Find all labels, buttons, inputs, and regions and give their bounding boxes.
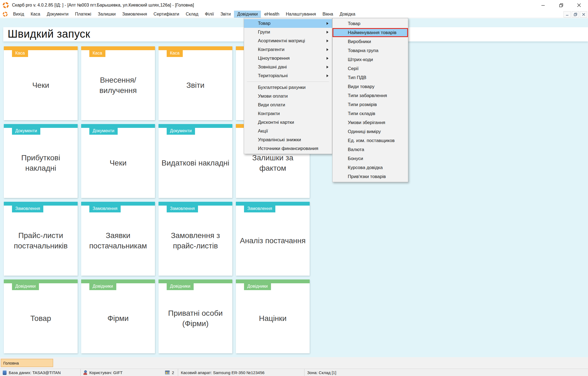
submenu-item[interactable]: Курсова довідка xyxy=(333,163,408,172)
menubar-item[interactable]: Вікна xyxy=(319,11,336,18)
tile-label: Товар xyxy=(4,283,78,353)
tab-holovna[interactable]: Головна xyxy=(1,359,53,367)
mdi-restore-icon xyxy=(574,13,577,16)
quick-launch-tile[interactable]: Каса Чеки xyxy=(4,46,78,120)
menubar-item[interactable]: Каса xyxy=(28,11,44,18)
menubar-item[interactable]: Платежі xyxy=(72,11,95,18)
quick-launch-tile[interactable]: Каса Звіти xyxy=(159,46,232,120)
dropdown-menu-item[interactable]: Умови оплати xyxy=(244,92,332,101)
quick-launch-tile[interactable]: Замовлення Аналіз постачання xyxy=(236,202,310,276)
status-cell: Користувач: GIFT xyxy=(81,369,162,376)
tile-category-bar xyxy=(236,202,310,206)
page-title: Швидкий запуск xyxy=(8,28,90,40)
menubar-item[interactable]: Вихід xyxy=(10,11,28,18)
dropdown-menu-item[interactable]: Ціноутворення xyxy=(244,54,332,63)
quick-launch-tile[interactable]: Довідники Товар xyxy=(4,279,78,353)
tovar-submenu: ТоварНайменування товарівВиробникиТоварн… xyxy=(332,18,408,182)
submenu-item[interactable]: Одиниці виміру xyxy=(333,127,408,136)
dropdown-menu-item[interactable]: Управлінські знижки xyxy=(244,136,332,144)
restore-button[interactable] xyxy=(552,0,570,10)
status-cell: Зона: Склад [1] xyxy=(304,369,588,376)
quick-launch-tile[interactable]: Замовлення Заявки постачальникам xyxy=(81,202,155,276)
mdi-close-button[interactable] xyxy=(580,11,587,17)
submenu-item[interactable]: Серії xyxy=(333,64,408,73)
menubar-item[interactable]: Документи xyxy=(44,11,72,18)
quick-launch-tile[interactable]: Документи Прибуткові накладні xyxy=(4,124,78,198)
dropdown-menu-item[interactable]: Бухгалтерські рахунки xyxy=(244,83,332,92)
tab-strip: Головна xyxy=(0,357,588,369)
menubar-item[interactable]: Налаштування xyxy=(283,11,319,18)
dropdown-menu-item[interactable]: Зовнішні дані xyxy=(244,63,332,71)
tile-category-bar xyxy=(4,202,78,206)
tile-label: Фірми xyxy=(81,283,155,353)
dropdown-menu-item[interactable]: Контрагенти xyxy=(244,45,332,54)
tile-category-bar xyxy=(81,202,155,206)
mdi-minimize-button[interactable] xyxy=(563,11,571,17)
status-bar: База даних: TASA3@TITAN Користувач: GIFT… xyxy=(0,369,588,376)
status-text: Користувач: GIFT xyxy=(89,370,123,375)
status-text: 2 xyxy=(172,370,174,375)
menubar-item[interactable]: Звіти xyxy=(217,11,234,18)
dropdown-menu-item[interactable]: Територіальні xyxy=(244,71,332,80)
submenu-item[interactable]: Види товару xyxy=(333,82,408,91)
close-button[interactable] xyxy=(570,0,588,10)
submenu-item[interactable]: Найменування товарів xyxy=(333,28,408,37)
quick-launch-tile[interactable]: Замовлення Прайс-листи постачальників xyxy=(4,202,78,276)
tile-label: Звіти xyxy=(159,50,232,120)
tile-label: Націнки xyxy=(236,283,310,353)
menu-bar: ВихідКасаДокументиПлатежіЗалишкиЗамовлен… xyxy=(0,10,588,18)
tile-category-bar xyxy=(4,124,78,128)
dropdown-menu-item[interactable]: Акції xyxy=(244,127,332,136)
quick-launch-tile[interactable]: Замовлення Замовлення з прайс-листів xyxy=(159,202,232,276)
tile-label: Аналіз постачання xyxy=(236,206,310,276)
restore-icon xyxy=(559,3,563,7)
mdi-minimize-icon xyxy=(566,13,569,16)
dropdown-menu-item[interactable]: Дисконтні картки xyxy=(244,118,332,127)
quick-launch-tile[interactable]: Довідники Фірми xyxy=(81,279,155,353)
dropdown-menu-item[interactable]: Товар xyxy=(244,19,332,28)
menubar-item[interactable]: Довідники xyxy=(234,11,261,18)
submenu-item[interactable]: Штрих-коди xyxy=(333,55,408,64)
submenu-item[interactable]: Товар xyxy=(333,19,408,28)
tile-label: Внесення/вилучення xyxy=(81,50,155,120)
submenu-item[interactable]: Товарна група xyxy=(333,46,408,55)
dropdown-menu-item[interactable]: Асортиментні матриці xyxy=(244,37,332,45)
quick-launch-tile[interactable]: Довідники Націнки xyxy=(236,279,310,353)
submenu-item[interactable]: Тип ПДВ xyxy=(333,73,408,82)
menubar-item[interactable]: Філії xyxy=(202,11,217,18)
submenu-item[interactable]: Типи забарвлення xyxy=(333,91,408,100)
app-logo-small-icon xyxy=(3,12,8,17)
quick-launch-tile[interactable]: Довідники Приватні особи (Фірми) xyxy=(159,279,232,353)
submenu-item[interactable]: Умови зберігання xyxy=(333,118,408,127)
tile-label: Чеки xyxy=(81,128,155,198)
submenu-item[interactable]: Типи складів xyxy=(333,109,408,118)
minimize-button[interactable] xyxy=(534,0,552,10)
menubar-item[interactable]: eHealth xyxy=(261,11,282,18)
menubar-item[interactable]: Сертифікати xyxy=(150,11,182,18)
submenu-item[interactable]: Ед. изм. поставщиков xyxy=(333,136,408,145)
status-cell: Касовий апарат: Samsung ER-350 №123456 xyxy=(178,369,304,376)
quick-launch-tile[interactable]: Документи Чеки xyxy=(81,124,155,198)
menubar-item[interactable]: Довідка xyxy=(336,11,359,18)
quick-launch-tile[interactable]: Каса Внесення/вилучення xyxy=(81,46,155,120)
dropdown-menu-item[interactable]: Контракти xyxy=(244,109,332,118)
dropdown-menu-item[interactable]: Види оплати xyxy=(244,101,332,109)
tile-category-bar xyxy=(159,202,232,206)
menubar-item[interactable]: Залишки xyxy=(95,11,119,18)
submenu-item[interactable]: Прив'язки товарів xyxy=(333,172,408,181)
tile-label: Видаткові накладні xyxy=(159,128,232,198)
mdi-restore-button[interactable] xyxy=(572,11,579,17)
submenu-item[interactable]: Бонуси xyxy=(333,154,408,163)
menubar-item[interactable]: Замовлення xyxy=(119,11,150,18)
quick-launch-tile[interactable]: Документи Видаткові накладні xyxy=(159,124,232,198)
submenu-item[interactable]: Типи розмірів xyxy=(333,100,408,109)
tile-category-bar xyxy=(81,279,155,283)
status-text: Касовий апарат: Samsung ER-350 №123456 xyxy=(181,370,264,375)
submenu-item[interactable]: Валюта xyxy=(333,145,408,154)
tile-label: Замовлення з прайс-листів xyxy=(159,206,232,276)
dropdown-menu-item[interactable]: Источники финансирования xyxy=(244,144,332,153)
menubar-item[interactable]: Склад xyxy=(182,11,202,18)
dropdown-menu-item[interactable]: Групи xyxy=(244,28,332,37)
tile-category-bar xyxy=(236,279,310,283)
submenu-item[interactable]: Виробники xyxy=(333,37,408,46)
